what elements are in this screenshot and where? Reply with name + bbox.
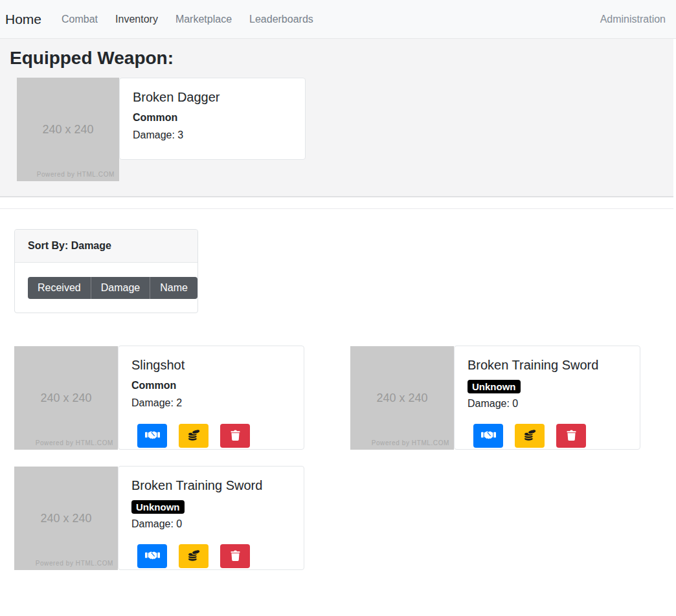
placeholder-size-label: 240 x 240 (14, 346, 118, 450)
item-name: Broken Dagger (133, 90, 292, 105)
sell-button[interactable] (179, 544, 208, 568)
nav-link-combat[interactable]: Combat (57, 14, 102, 25)
item-rarity: Common (133, 112, 292, 124)
coins-icon (187, 428, 201, 444)
placeholder-credit: Powered by HTML.COM (36, 560, 113, 567)
placeholder-credit: Powered by HTML.COM (36, 439, 113, 446)
sort-button-name[interactable]: Name (150, 277, 197, 299)
trade-button[interactable] (473, 424, 503, 448)
item-actions (473, 424, 586, 448)
equipped-weapon-card: Broken Dagger Common Damage: 3 (119, 78, 306, 160)
trash-icon (231, 430, 240, 443)
item-image: 240 x 240 Powered by HTML.COM (350, 346, 454, 450)
nav-link-administration[interactable]: Administration (600, 14, 666, 25)
handshake-icon (145, 550, 160, 562)
item-image: 240 x 240 Powered by HTML.COM (14, 467, 118, 570)
coins-icon (523, 428, 537, 444)
item-name: Slingshot (131, 358, 291, 373)
item-damage: Damage: 3 (133, 129, 292, 141)
item-damage: Damage: 0 (468, 398, 627, 410)
sort-button-group: Received Damage Name (28, 277, 197, 299)
placeholder-credit: Powered by HTML.COM (37, 171, 115, 178)
sort-body: Received Damage Name (15, 263, 197, 313)
page: Home Combat Inventory Marketplace Leader… (0, 0, 676, 616)
equipped-weapon-image: 240 x 240 Powered by HTML.COM (17, 78, 119, 181)
item-actions (137, 544, 250, 568)
inventory-grid: 240 x 240 Powered by HTML.COM Slingshot … (14, 346, 676, 570)
handshake-icon (145, 430, 160, 442)
item-name: Broken Training Sword (468, 358, 627, 373)
nav-link-marketplace[interactable]: Marketplace (171, 14, 236, 25)
equipped-weapon-media: 240 x 240 Powered by HTML.COM Broken Dag… (17, 78, 666, 181)
item-damage: Damage: 2 (131, 397, 291, 409)
inventory-section: Sort By: Damage Received Damage Name 240… (0, 209, 676, 570)
trade-button[interactable] (137, 424, 167, 448)
trash-icon (231, 550, 240, 563)
item-name: Broken Training Sword (131, 478, 291, 493)
sort-button-damage[interactable]: Damage (91, 277, 150, 299)
coins-icon (187, 549, 201, 564)
sort-button-received[interactable]: Received (28, 277, 91, 299)
equipped-weapon-heading: Equipped Weapon: (10, 47, 666, 70)
sort-header: Sort By: Damage (15, 230, 197, 263)
delete-button[interactable] (220, 544, 250, 568)
item-image: 240 x 240 Powered by HTML.COM (14, 346, 118, 450)
inventory-item: 240 x 240 Powered by HTML.COM Slingshot … (14, 346, 350, 450)
delete-button[interactable] (220, 424, 250, 448)
nav-brand-home[interactable]: Home (5, 12, 41, 27)
trash-icon (567, 430, 576, 443)
item-rarity-badge: Unknown (131, 500, 185, 514)
delete-button[interactable] (556, 424, 586, 448)
nav-link-inventory[interactable]: Inventory (111, 14, 163, 25)
inventory-item: 240 x 240 Powered by HTML.COM Broken Tra… (14, 466, 350, 570)
handshake-icon (481, 430, 496, 442)
sell-button[interactable] (179, 424, 208, 448)
trade-button[interactable] (137, 544, 167, 568)
item-actions (137, 424, 250, 448)
placeholder-credit: Powered by HTML.COM (372, 439, 449, 446)
placeholder-size-label: 240 x 240 (14, 467, 118, 570)
item-rarity-badge: Unknown (468, 380, 521, 393)
inventory-item: 240 x 240 Powered by HTML.COM Broken Tra… (350, 346, 676, 450)
item-damage: Damage: 0 (131, 518, 291, 530)
sell-button[interactable] (515, 424, 545, 448)
equipped-weapon-section: Equipped Weapon: 240 x 240 Powered by HT… (0, 39, 676, 197)
sort-card: Sort By: Damage Received Damage Name (14, 229, 198, 313)
placeholder-size-label: 240 x 240 (350, 346, 454, 450)
scrollbar-track (673, 39, 676, 616)
placeholder-size-label: 240 x 240 (17, 78, 119, 181)
navbar: Home Combat Inventory Marketplace Leader… (0, 0, 676, 39)
nav-link-leaderboards[interactable]: Leaderboards (245, 14, 318, 25)
item-rarity: Common (131, 380, 291, 391)
